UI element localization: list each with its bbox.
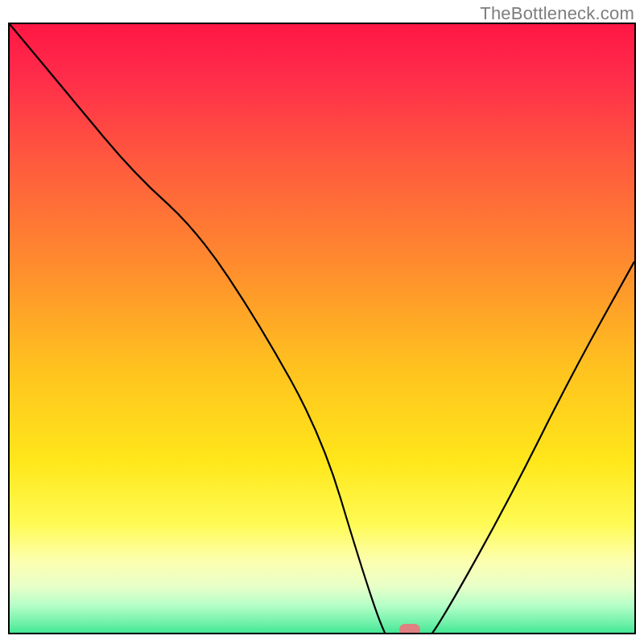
bottleneck-curve (10, 24, 634, 634)
chart-plot-area (8, 23, 636, 634)
watermark-text: TheBottleneck.com (480, 3, 634, 24)
optimal-point-marker (399, 624, 420, 634)
